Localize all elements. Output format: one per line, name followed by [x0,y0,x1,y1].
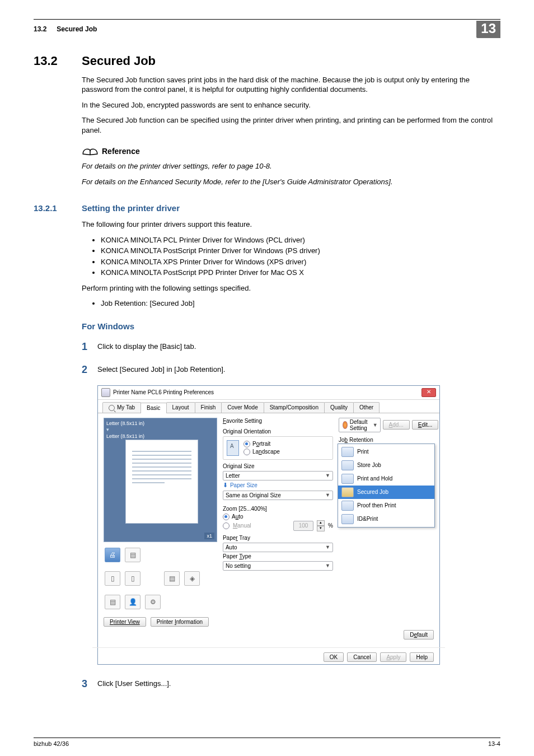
footer-model: bizhub 42/36 [34,740,69,747]
store-icon [341,460,354,470]
landscape-radio[interactable] [243,449,250,455]
feature-icon[interactable]: ▤ [125,548,140,562]
tab-stamp[interactable]: Stamp/Composition [264,402,325,413]
printer-info-button[interactable]: Printer Information [151,617,209,627]
tab-my-tab[interactable]: My Tab [102,402,141,413]
step-text: Select [Secured Job] in [Job Retention]. [97,363,225,376]
paper-size-select[interactable]: Same as Original Size▼ [223,491,333,500]
h1-title: Secured Job [82,54,156,68]
tabs: My Tab Basic Layout Finish Cover Mode St… [98,400,439,413]
tab-finish[interactable]: Finish [195,402,222,413]
list-item: Job Retention: [Secured Job] [101,298,500,309]
paper-type-select[interactable]: No setting▼ [223,561,333,571]
list-item: KONICA MINOLTA PCL Printer Driver for Wi… [101,235,500,245]
zoom-auto-radio[interactable] [223,514,229,520]
zoom-input[interactable]: 100 [293,521,313,531]
driver-intro: The following four printer drivers suppo… [82,220,500,230]
zoom-label: Zoom [25...400%] [223,506,333,512]
portrait-radio[interactable] [243,441,250,447]
feature-icons: 🖨 ▤ ▯ ▯ ▤ ◈ ▤ 👤 ⚙ [104,542,217,615]
dialog-titlebar: Printer Name PCL6 Printing Preferences ✕ [98,386,439,400]
dropdown-item-idprint[interactable]: ID&Print [338,512,434,526]
printer-view-button[interactable]: Printer View [104,617,146,627]
feature-icon[interactable]: ▯ [105,571,120,586]
tab-quality[interactable]: Quality [324,402,354,413]
zoom-manual-label: Manual [233,522,251,529]
add-button[interactable]: Add... [383,420,410,430]
favorite-label: Favorite Setting [223,418,262,424]
h2-number: 13.2.1 [34,203,82,213]
original-size-label: Original Size [223,463,333,469]
chapter-badge: 13 [476,21,500,38]
dropdown-item-print-hold[interactable]: Print and Hold [338,472,434,486]
intro-p1: The Secured Job function saves print job… [82,75,500,95]
reference-line2: For details on the Enhanced Security Mod… [82,177,500,187]
printing-preferences-dialog: Printer Name PCL6 Printing Preferences ✕… [97,385,440,665]
default-button[interactable]: Default [404,630,434,640]
tab-layout[interactable]: Layout [166,402,195,413]
feature-icon[interactable]: ◈ [184,571,200,586]
list-item: KONICA MINOLTA PostScript Printer Driver… [101,246,500,256]
footer-page: 13-4 [488,740,500,747]
page-header: 13.2 Secured Job 13 [34,21,500,38]
driver-list: KONICA MINOLTA PCL Printer Driver for Wi… [82,235,500,278]
zoom-auto-label: Auto [232,514,243,520]
dropdown-item-proof[interactable]: Proof then Print [338,499,434,512]
paper-tray-label: Paper Tray [223,535,333,541]
perform-line: Perform printing with the following sett… [82,283,500,293]
feature-icon[interactable]: 👤 [125,595,140,609]
job-retention-dropdown: Print Store Job Print and Hold Secured J… [338,444,435,528]
printer-icon [101,388,110,397]
dropdown-item-secured[interactable]: Secured Job [338,486,434,499]
cancel-button[interactable]: Cancel [347,652,377,662]
h2-title: Setting the printer driver [82,203,180,213]
preview-size1: Letter (8.5x11 in) [106,421,214,427]
settings-list: Job Retention: [Secured Job] [82,298,500,309]
print-hold-icon [341,474,354,484]
paper-tray-select[interactable]: Auto▼ [223,543,333,552]
magnify-icon [109,405,115,411]
feature-icon[interactable]: ⚙ [145,595,161,609]
tab-other[interactable]: Other [353,402,380,413]
close-icon[interactable]: ✕ [421,388,436,397]
print-icon [341,447,354,457]
dialog-title: Printer Name PCL6 Printing Preferences [113,389,214,395]
tab-basic[interactable]: Basic [140,403,166,413]
id-icon [341,514,354,524]
original-size-select[interactable]: Letter▼ [223,471,333,480]
list-item: KONICA MINOLTA XPS Printer Driver for Wi… [101,257,500,267]
feature-icon[interactable]: ▯ [125,571,140,586]
step-number: 2 [82,363,97,376]
step-text: Click [User Settings...]. [97,677,171,690]
feature-icon[interactable]: ▤ [164,571,180,586]
apply-button[interactable]: Apply [380,652,406,662]
intro-p3: The Secured Job function can be specifie… [82,115,500,135]
portrait-label: Portrait [252,441,270,447]
h1-number: 13.2 [34,54,82,68]
step-number: 1 [82,340,97,353]
zoom-manual-radio[interactable] [223,522,229,529]
dropdown-item-store[interactable]: Store Job [338,459,434,472]
favorite-select[interactable]: Default Setting ▼ [339,418,381,432]
tab-cover-mode[interactable]: Cover Mode [221,402,264,413]
book-icon [82,144,99,160]
feature-icon[interactable]: 🖨 [105,548,120,562]
paper-type-label: Paper Type [223,553,333,559]
intro-p2: In the Secured Job, encrypted passwords … [82,100,500,110]
zoom-spinner[interactable]: ▴▾ [317,520,325,531]
job-retention-label: Job Retention [339,437,434,443]
edit-button[interactable]: Edit... [412,420,439,430]
ok-button[interactable]: OK [324,652,344,662]
reference-line1: For details on the printer driver settin… [82,161,500,171]
for-windows-title: For Windows [82,321,500,332]
help-button[interactable]: Help [410,652,434,662]
feature-icon[interactable]: ▤ [105,595,120,609]
reference-label: Reference [102,146,140,157]
orientation-box: Portrait Landscape [223,436,333,460]
step-number: 3 [82,677,97,690]
header-section-number: 13.2 [34,25,55,33]
copies-badge: x1 [204,533,214,539]
dropdown-item-print[interactable]: Print [338,445,434,459]
gear-icon [343,421,348,429]
paper-preview: Letter (8.5x11 in) ▾ Letter (8.5x11 in) … [104,418,217,542]
